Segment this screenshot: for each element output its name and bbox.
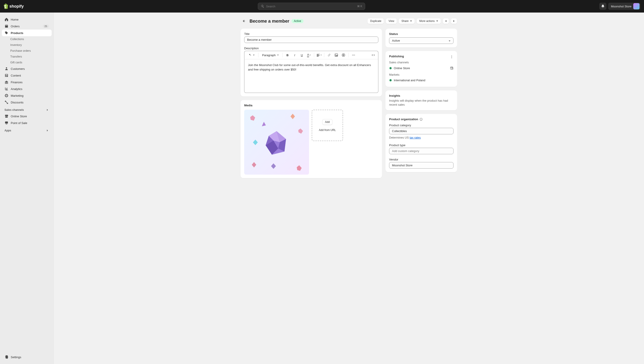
nav-marketing[interactable]: Marketing (2, 92, 52, 99)
code-view-button[interactable] (370, 52, 376, 58)
nav-label: Marketing (11, 94, 24, 97)
nav-discounts[interactable]: Discounts (2, 99, 52, 106)
chevron-right-icon[interactable] (46, 108, 49, 111)
market-name: International and Poland (394, 79, 425, 82)
category-input[interactable] (389, 128, 454, 134)
nav-purchase-orders[interactable]: Purchase orders (2, 48, 52, 54)
ai-assist-button[interactable] (246, 52, 256, 58)
description-editor[interactable]: Join the Moonshot Club for some out-of-t… (244, 59, 378, 93)
nav-collections[interactable]: Collections (2, 36, 52, 42)
nav-label: Analytics (11, 87, 22, 91)
chevron-down-icon (410, 20, 412, 22)
duplicate-button[interactable]: Duplicate (368, 18, 384, 24)
products-icon (4, 31, 8, 35)
avatar (633, 3, 640, 10)
status-select[interactable]: Active (389, 37, 454, 44)
search-input[interactable] (266, 5, 357, 8)
bold-button[interactable]: B (284, 52, 291, 58)
nav-point-of-sale[interactable]: Point of Sale (2, 120, 52, 126)
calendar-icon[interactable] (450, 66, 454, 70)
nav-customers[interactable]: Customers (2, 65, 52, 72)
media-thumbnail[interactable] (244, 110, 309, 174)
section-label: Apps (4, 129, 11, 132)
orders-icon (4, 24, 8, 28)
link-button[interactable] (326, 52, 332, 58)
description-label: Description (244, 47, 378, 50)
share-label: Share (402, 20, 408, 23)
image-button[interactable] (333, 52, 340, 58)
chevron-down-icon (277, 54, 279, 56)
nav-finances[interactable]: Finances (2, 79, 52, 86)
nav-gift-cards[interactable]: Gift cards (2, 60, 52, 65)
media-add-zone[interactable]: Add Add from URL (312, 110, 343, 141)
paragraph-label: Paragraph (262, 54, 276, 57)
more-actions-button[interactable]: More actions (416, 18, 441, 24)
text-color-button[interactable]: A (306, 52, 312, 58)
svg-rect-1 (6, 124, 7, 124)
nav-products[interactable]: Products (2, 30, 52, 36)
topbar: shopify ⌘ K Moonshot Store (0, 0, 644, 13)
svg-marker-14 (250, 115, 255, 121)
mini-gem-icon (252, 139, 259, 146)
channel-name: Online Store (394, 67, 410, 70)
vendor-input[interactable] (389, 162, 454, 168)
editor-toolbar: Paragraph B I U A (244, 51, 378, 59)
svg-marker-16 (262, 122, 266, 126)
nav-content[interactable]: Content (2, 72, 52, 79)
underline-button[interactable]: U (299, 52, 305, 58)
product-type-input[interactable] (389, 148, 454, 154)
shopify-logo[interactable]: shopify (4, 4, 24, 9)
next-product-button[interactable] (451, 18, 457, 24)
side-column: Status Active Publishing Sales channels … (386, 29, 457, 178)
nav-orders[interactable]: Orders 25 (2, 23, 52, 30)
search-bar[interactable]: ⌘ K (258, 3, 365, 10)
mini-gem-icon (251, 161, 258, 168)
nav-inventory[interactable]: Inventory (2, 42, 52, 48)
arrow-left-icon (242, 19, 246, 23)
nav-label: Customers (11, 67, 25, 71)
nav-transfers[interactable]: Transfers (2, 54, 52, 60)
title-input[interactable] (244, 37, 378, 43)
italic-button[interactable]: I (292, 52, 298, 58)
paragraph-dropdown[interactable]: Paragraph (260, 53, 281, 58)
pos-icon (4, 121, 8, 125)
organization-card: Product organization Product category De… (386, 114, 457, 172)
view-button[interactable]: View (386, 18, 397, 24)
prev-product-button[interactable] (443, 18, 449, 24)
store-name: Moonshot Store (611, 5, 632, 8)
chevron-down-icon (436, 20, 438, 22)
nav-analytics[interactable]: Analytics (2, 86, 52, 92)
mini-gem-icon (249, 115, 256, 122)
publishing-heading: Publishing (389, 55, 404, 58)
nav-online-store[interactable]: Online Store (2, 113, 52, 120)
nav-label: Point of Sale (11, 121, 27, 125)
nav-label: Collections (10, 38, 24, 41)
insights-card: Insights Insights will display when the … (386, 90, 457, 110)
share-button[interactable]: Share (399, 18, 415, 24)
video-icon (342, 53, 345, 57)
bell-icon (601, 4, 605, 8)
info-icon[interactable] (420, 118, 422, 121)
orders-badge: 25 (43, 25, 49, 28)
video-button[interactable] (340, 52, 346, 58)
search-icon (261, 5, 264, 8)
tax-rates-link[interactable]: tax rates (410, 136, 421, 139)
align-button[interactable] (316, 52, 322, 58)
mini-gem-icon (289, 113, 296, 120)
nav-label: Online Store (11, 115, 27, 118)
back-button[interactable] (240, 18, 247, 24)
add-media-button[interactable]: Add (322, 119, 332, 125)
more-format-button[interactable] (350, 52, 357, 58)
dots-vertical-icon[interactable] (450, 55, 454, 59)
main-column: Title Description Paragraph B (240, 29, 382, 178)
add-from-url-link[interactable]: Add from URL (319, 128, 336, 132)
nav-home[interactable]: Home (2, 16, 52, 23)
marketing-icon (4, 94, 8, 98)
nav-label: Gift cards (10, 61, 22, 64)
header-actions: Duplicate View Share More actions (368, 18, 457, 24)
notifications-button[interactable] (599, 3, 606, 10)
nav-label: Orders (11, 25, 20, 28)
store-menu-button[interactable]: Moonshot Store (608, 3, 640, 10)
chevron-right-icon[interactable] (46, 129, 49, 132)
sales-channels-heading: Sales channels (2, 106, 52, 113)
